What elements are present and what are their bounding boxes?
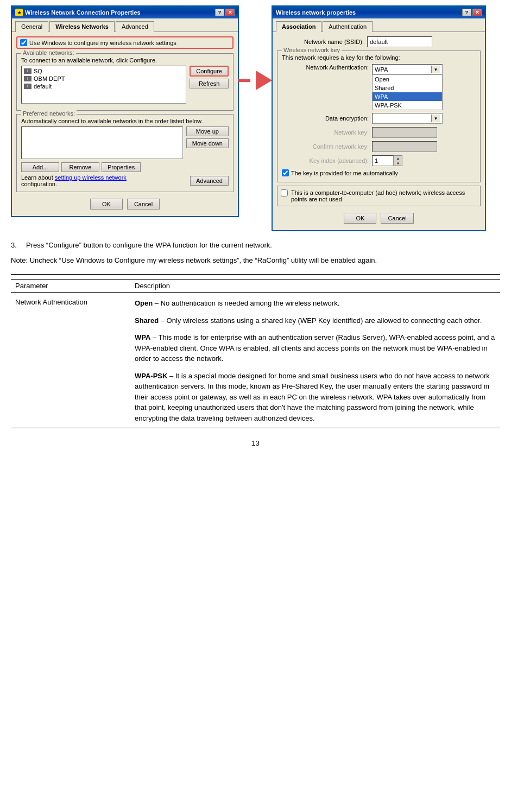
- available-btns: Configure Refresh: [190, 66, 229, 88]
- term-open: Open: [135, 299, 153, 307]
- move-up-button[interactable]: Move up: [186, 126, 229, 136]
- term-wpa: WPA: [135, 333, 150, 341]
- preferred-network-list[interactable]: [21, 126, 183, 159]
- sep-open: –: [155, 299, 159, 307]
- arrow-shaft: [238, 79, 250, 82]
- available-networks-title: Available networks:: [21, 49, 76, 56]
- properties-button[interactable]: Properties: [102, 162, 141, 172]
- network-key-label: Network key:: [282, 129, 369, 136]
- desc-wpa: WPA – This mode is for enterprise with a…: [135, 332, 496, 364]
- learn-about-text: Learn about: [21, 174, 53, 181]
- key-index-spinner: ▲ ▼: [372, 155, 402, 166]
- dialog2-ok-btn[interactable]: OK: [344, 213, 376, 224]
- key-index-label: Key index (advanced):: [282, 157, 369, 164]
- available-network-list[interactable]: i SQ i OBM DEPT i default: [21, 66, 186, 104]
- tab-advanced-d1[interactable]: Advanced: [116, 21, 154, 32]
- enc-row: Data encryption: ▼: [282, 113, 476, 124]
- term-wpapsk: WPA-PSK: [135, 372, 167, 380]
- term-shared: Shared: [135, 316, 159, 325]
- network-key-input[interactable]: [372, 127, 437, 138]
- auth-dropdown-list: Open Shared WPA WPA-PSK: [372, 74, 443, 110]
- dialog2-cancel-btn[interactable]: Cancel: [381, 213, 413, 224]
- network-key-row: Network key:: [282, 127, 476, 138]
- auth-option-wpa[interactable]: WPA: [373, 92, 442, 101]
- desc-open: Open – No authentication is needed among…: [135, 298, 496, 309]
- preferred-networks-sublabel: Automatically connect to available netwo…: [21, 118, 229, 124]
- confirm-key-row: Confirm network key:: [282, 141, 476, 152]
- dialog1-ok-btn[interactable]: OK: [90, 199, 123, 210]
- confirm-key-input[interactable]: [372, 141, 437, 152]
- sep-shared: –: [161, 316, 165, 325]
- auto-key-row: The key is provided for me automatically: [282, 169, 476, 176]
- param-network-auth: Network Authentication: [11, 293, 130, 428]
- network-name-input[interactable]: [367, 36, 432, 47]
- dialog2-titlebar: Wireless network properties ? ✕: [273, 7, 485, 18]
- adhoc-checkbox[interactable]: [281, 189, 288, 196]
- refresh-button[interactable]: Refresh: [190, 79, 229, 88]
- arrow-container: [239, 5, 272, 90]
- add-remove-row: Add... Remove Properties: [21, 162, 229, 172]
- dialog1-cancel-btn[interactable]: Cancel: [127, 199, 160, 210]
- network-name-label: Network name (SSID):: [277, 39, 364, 45]
- text-wpa: This mode is for enterprise with an auth…: [135, 333, 495, 363]
- dialog2-content: Network name (SSID): Wireless network ke…: [273, 31, 485, 230]
- enc-dropdown[interactable]: ▼: [372, 113, 443, 124]
- arrow-head: [256, 71, 272, 90]
- network-item-obm[interactable]: i OBM DEPT: [23, 75, 185, 83]
- auth-selected-value: WPA: [375, 66, 388, 73]
- use-windows-checkbox[interactable]: [20, 39, 27, 46]
- auth-option-open[interactable]: Open: [373, 75, 442, 84]
- key-index-input[interactable]: [372, 155, 394, 166]
- advanced-button[interactable]: Advanced: [190, 176, 229, 186]
- tab-association[interactable]: Association: [276, 21, 321, 32]
- dialog2-close-btn[interactable]: ✕: [472, 9, 482, 16]
- network-name-row: Network name (SSID):: [277, 36, 481, 47]
- auto-key-checkbox[interactable]: [282, 169, 289, 176]
- desc-shared: Shared – Only wireless stations using a …: [135, 315, 496, 326]
- col-parameter: Parameter: [11, 280, 130, 293]
- key-index-row: Key index (advanced): ▲ ▼: [282, 155, 476, 166]
- step-number: 3.: [11, 240, 22, 251]
- confirm-key-label: Confirm network key:: [282, 143, 369, 150]
- tab-authentication[interactable]: Authentication: [323, 21, 373, 32]
- dialog2-win-btns: ? ✕: [462, 9, 482, 16]
- page-number: 13: [11, 439, 500, 447]
- auth-dropdown-btn[interactable]: WPA ▼: [372, 64, 443, 75]
- note-paragraph: Note: Uncheck “Use Windows to Configure …: [11, 255, 500, 266]
- dialog2-ok-cancel: OK Cancel: [277, 210, 481, 226]
- use-windows-label: Use Windows to configure my wireless net…: [29, 40, 176, 46]
- move-down-button[interactable]: Move down: [186, 138, 229, 148]
- wireless-key-group: Wireless network key This network requir…: [277, 50, 481, 182]
- learn-text2: configuration.: [21, 181, 57, 187]
- auto-key-label: The key is provided for me automatically: [291, 170, 398, 176]
- step-paragraph: 3. Press “Configure” button to configure…: [11, 240, 500, 251]
- add-button[interactable]: Add...: [21, 162, 59, 172]
- tab-general[interactable]: General: [15, 21, 48, 32]
- col-description: Description: [130, 280, 500, 293]
- dialog2-help-btn[interactable]: ?: [462, 9, 471, 16]
- remove-button[interactable]: Remove: [61, 162, 99, 172]
- auth-dropdown[interactable]: WPA ▼ Open Shared WPA WPA-PSK: [372, 64, 443, 75]
- dialog1: ★ Wireless Network Connection Properties…: [11, 5, 239, 217]
- auth-option-shared[interactable]: Shared: [373, 84, 442, 92]
- configure-button[interactable]: Configure: [190, 66, 229, 77]
- auth-option-wpapsk[interactable]: WPA-PSK: [373, 101, 442, 110]
- preferred-networks-title: Preferred networks:: [21, 110, 77, 117]
- dialog1-close-btn[interactable]: ✕: [225, 9, 235, 16]
- adhoc-label: This is a computer-to-computer (ad hoc) …: [291, 189, 477, 202]
- tab-wireless-networks[interactable]: Wireless Networks: [49, 21, 115, 32]
- preferred-btns: Move up Move down: [186, 126, 229, 148]
- network-item-default[interactable]: i default: [23, 83, 185, 90]
- network-item-sq[interactable]: i SQ: [23, 67, 185, 75]
- dialog1-help-btn[interactable]: ?: [215, 9, 224, 16]
- text-open: No authentication is needed among the wi…: [161, 299, 340, 307]
- network-icon-obm: i: [24, 76, 31, 81]
- available-networks-group: Available networks: To connect to an ava…: [16, 53, 234, 111]
- param-table: Parameter Description Network Authentica…: [11, 279, 500, 428]
- dialog2-title: Wireless network properties: [276, 9, 356, 16]
- spinner-controls: ▲ ▼: [394, 155, 402, 166]
- learn-link[interactable]: setting up wireless network: [55, 174, 127, 181]
- spinner-down-btn[interactable]: ▼: [394, 161, 402, 166]
- spinner-up-btn[interactable]: ▲: [394, 156, 402, 161]
- dialog1-title: Wireless Network Connection Properties: [25, 9, 141, 16]
